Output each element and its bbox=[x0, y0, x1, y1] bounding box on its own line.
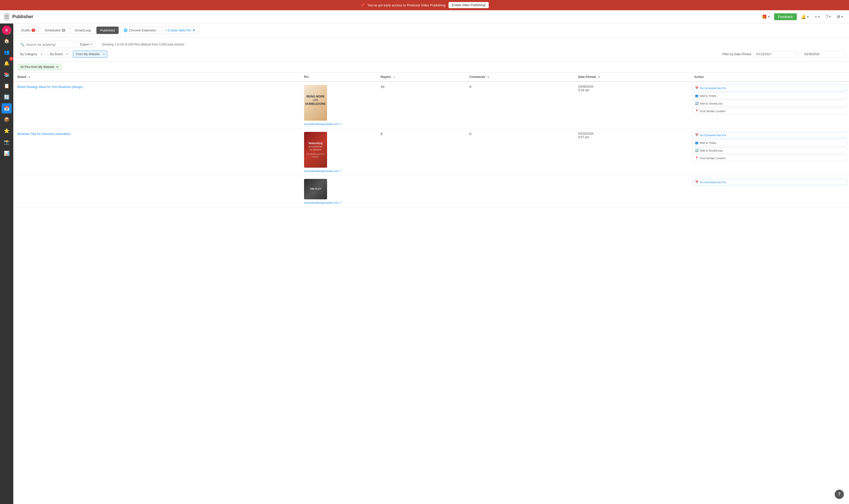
sidebar-item-tribes[interactable]: 📦 bbox=[2, 114, 12, 125]
find-similar-icon: 📍 bbox=[695, 157, 698, 160]
comments-cell bbox=[465, 176, 574, 208]
repins-cell bbox=[377, 176, 465, 208]
pin-content: THE PLOT socreativedesignstudio.com ↗ bbox=[304, 179, 373, 204]
hamburger-menu[interactable]: ☰ bbox=[4, 14, 9, 20]
date-from-input[interactable] bbox=[754, 51, 797, 57]
sidebar-item-content[interactable]: 📋 bbox=[2, 81, 12, 91]
user-avatar[interactable]: S 𝗣 bbox=[2, 25, 11, 35]
sidebar-item-audience[interactable]: 👥 bbox=[2, 47, 12, 57]
filters-section: 🔍 Export ↗ Showing 1 to 50 of 209 Pins (… bbox=[13, 37, 849, 61]
add-tribes-button[interactable]: 👥 Add to Tribes bbox=[692, 140, 847, 146]
reschedule-icon: 📅 bbox=[695, 133, 698, 137]
col-action: Action bbox=[690, 73, 849, 82]
sidebar-item-publisher[interactable]: 📅 bbox=[2, 103, 12, 113]
notifications-badge: 3 bbox=[9, 57, 13, 61]
scheduled-badge: 0 bbox=[61, 29, 66, 32]
pin-url-link[interactable]: socreativedesignstudio.com ↗ bbox=[304, 122, 373, 125]
gift-button[interactable]: 🎁 ▼ bbox=[760, 13, 772, 20]
sidebar-item-smartloop[interactable]: 🔄 bbox=[2, 92, 12, 102]
action-cell: 📅 Re-Schedule this Pin 👥 Add to Tribes 🔄… bbox=[690, 82, 849, 129]
search-icon: 🔍 bbox=[20, 42, 24, 47]
search-input[interactable] bbox=[26, 43, 71, 47]
tabs-bar: Drafts 3 Scheduled 0 SmartLoop Published… bbox=[13, 23, 849, 37]
comments-cell: 0 bbox=[465, 129, 574, 176]
chrome-extension-button[interactable]: 🌐 Chrome Extension bbox=[120, 26, 160, 34]
tab-scheduled[interactable]: Scheduled 0 bbox=[41, 26, 69, 34]
pin-image: THE PLOT bbox=[304, 179, 327, 199]
by-category-select[interactable]: By Category bbox=[17, 51, 45, 58]
board-link[interactable]: Business Tips for Introverts (education) bbox=[17, 132, 71, 136]
smartloop-icon: 🔄 bbox=[695, 102, 698, 105]
board-link[interactable]: Brand Strategy Ideas for Your Business (… bbox=[17, 85, 83, 89]
sidebar-item-library[interactable]: 📚 bbox=[2, 70, 12, 80]
comments-cell: 0 bbox=[465, 82, 574, 129]
help-button[interactable]: ? bbox=[835, 490, 844, 499]
sidebar-item-analytics[interactable]: 📊 bbox=[2, 148, 12, 159]
add-smartloop-button[interactable]: 🔄 Add to SmartLoop bbox=[692, 147, 847, 154]
table-row: THE PLOT socreativedesignstudio.com ↗ bbox=[13, 176, 849, 208]
help-header-button[interactable]: ? ▼ bbox=[824, 14, 833, 20]
sidebar-item-favorites[interactable]: ⭐ bbox=[2, 126, 12, 136]
col-comments: Comments ⇅ bbox=[465, 73, 574, 82]
tab-smartloop[interactable]: SmartLoop bbox=[71, 26, 95, 34]
board-cell bbox=[13, 176, 300, 208]
sidebar-item-notifications[interactable]: 🔔 3 bbox=[2, 58, 12, 69]
col-repins: Repins ▼ bbox=[377, 73, 465, 82]
create-new-pin-button[interactable]: + Create New Pin ▼ bbox=[161, 26, 199, 34]
col-date-pinned: Date Pinned ⇅ bbox=[574, 73, 690, 82]
reschedule-button[interactable]: 📅 Re-Schedule this Pin bbox=[692, 179, 847, 185]
header: ☰ Publisher 🎁 ▼ Feedback 🔔 ▼ + ▼ ? ▼ ⚙ ▼ bbox=[0, 10, 849, 23]
page-title: Publisher bbox=[12, 14, 757, 19]
settings-button[interactable]: ⚙ ▼ bbox=[835, 13, 845, 20]
find-similar-button[interactable]: 📍 Find Similar Content bbox=[692, 108, 847, 114]
top-banner: 📌 You've got early access to Pinterest V… bbox=[0, 0, 849, 10]
pin-content: BEING MORE LIKE DUMBLEDORE ✦ socreatived… bbox=[304, 85, 373, 125]
notifications-button[interactable]: 🔔 ▼ bbox=[799, 13, 811, 20]
from-my-website-select[interactable]: From My Website bbox=[73, 51, 107, 58]
export-button[interactable]: Export ↗ bbox=[77, 41, 96, 48]
search-box[interactable]: 🔍 bbox=[17, 41, 74, 48]
date-sort-icon[interactable]: ⇅ bbox=[598, 76, 600, 78]
date-cell: 03/16/2020 8:57 pm bbox=[574, 129, 690, 176]
tab-drafts[interactable]: Drafts 3 bbox=[17, 26, 39, 34]
reschedule-button[interactable]: 📅 Re-Schedule this Pin bbox=[692, 132, 847, 138]
repins-sort-icon[interactable]: ▼ bbox=[393, 76, 395, 78]
external-link-icon: ↗ bbox=[339, 201, 342, 204]
drafts-badge: 3 bbox=[32, 29, 36, 32]
board-sort-icon[interactable]: ⇅ bbox=[28, 76, 30, 78]
main-layout: S 𝗣 🏠 👥 🔔 3 📚 📋 🔄 📅 📦 ⭐ 📸 📊 Drafts 3 Sch… bbox=[0, 23, 849, 504]
date-cell: 03/08/2020 9:18 am bbox=[574, 82, 690, 129]
date-to-input[interactable] bbox=[802, 51, 845, 57]
tribes-icon: 👥 bbox=[695, 141, 698, 144]
board-cell: Business Tips for Introverts (education) bbox=[13, 129, 300, 176]
smartloop-icon: 🔄 bbox=[695, 149, 698, 152]
feedback-button[interactable]: Feedback bbox=[774, 13, 797, 20]
header-actions: 🎁 ▼ Feedback 🔔 ▼ + ▼ ? ▼ ⚙ ▼ bbox=[760, 13, 845, 20]
reschedule-icon: 📅 bbox=[695, 86, 698, 90]
action-cell: 📅 Re-Schedule this Pin 👥 Add to Tribes 🔄… bbox=[690, 129, 849, 176]
repins-cell: 6 bbox=[377, 129, 465, 176]
remove-filter-button[interactable]: ✕ bbox=[56, 65, 59, 69]
filter-tags: All Pins from My Website ✕ bbox=[13, 61, 849, 73]
chrome-icon: 🌐 bbox=[124, 29, 128, 32]
sidebar-item-instagram[interactable]: 📸 bbox=[2, 137, 12, 147]
by-board-select[interactable]: By Board bbox=[47, 51, 70, 58]
pin-image: Networking at Conferences for Introverts… bbox=[304, 132, 327, 168]
add-button[interactable]: + ▼ bbox=[813, 14, 821, 20]
table-row: Business Tips for Introverts (education)… bbox=[13, 129, 849, 176]
pin-cell: BEING MORE LIKE DUMBLEDORE ✦ socreatived… bbox=[300, 82, 377, 129]
enable-video-button[interactable]: Enable Video Publishing! bbox=[448, 2, 489, 8]
filter-tag-label: All Pins from My Website bbox=[20, 65, 54, 69]
reschedule-button[interactable]: 📅 Re-Schedule this Pin bbox=[692, 85, 847, 91]
add-tribes-button[interactable]: 👥 Add to Tribes bbox=[692, 92, 847, 99]
pin-url-link[interactable]: socreativedesignstudio.com ↗ bbox=[304, 169, 373, 173]
pin-url-link[interactable]: socreativedesignstudio.com ↗ bbox=[304, 201, 373, 204]
add-smartloop-button[interactable]: 🔄 Add to SmartLoop bbox=[692, 100, 847, 107]
tab-published[interactable]: Published bbox=[96, 26, 119, 34]
comments-sort-icon[interactable]: ⇅ bbox=[487, 76, 489, 78]
filters-row1: 🔍 Export ↗ Showing 1 to 50 of 209 Pins (… bbox=[17, 41, 845, 48]
pinterest-icon: 📌 bbox=[360, 3, 365, 7]
table-row: Brand Strategy Ideas for Your Business (… bbox=[13, 82, 849, 129]
find-similar-button[interactable]: 📍 Find Similar Content bbox=[692, 155, 847, 161]
sidebar-item-home[interactable]: 🏠 bbox=[2, 36, 12, 46]
